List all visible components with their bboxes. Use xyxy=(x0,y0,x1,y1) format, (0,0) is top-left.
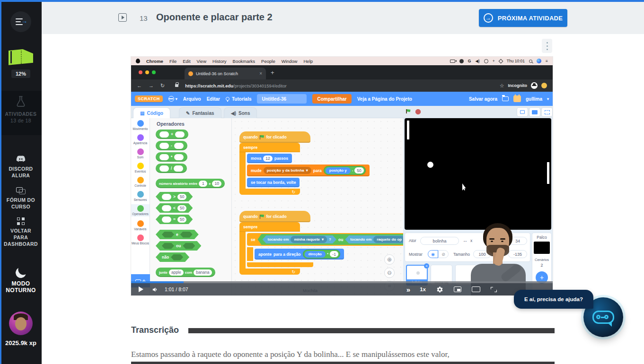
zoom-in-button[interactable]: ⊕ xyxy=(384,254,395,265)
equals-block[interactable]: =50 xyxy=(156,215,193,224)
scratch-menu-edit[interactable]: Editar xyxy=(207,96,220,102)
folder-icon[interactable] xyxy=(502,96,509,101)
zoom-traffic-light[interactable] xyxy=(152,70,156,74)
stage-canvas[interactable] xyxy=(405,118,551,230)
join-block[interactable]: junte apple com banana xyxy=(156,268,215,277)
share-button[interactable]: Compartilhar xyxy=(312,94,351,104)
save-now-link[interactable]: Salvar agora xyxy=(469,96,497,102)
or-condition[interactable]: tocando em minha raquete ▾ ? ou toca xyxy=(257,234,403,245)
sidebar-item-night-mode[interactable]: MODO NOTURNO xyxy=(0,268,42,294)
language-selector[interactable]: ▾ xyxy=(168,96,177,102)
fullscreen-button[interactable] xyxy=(491,287,497,292)
or-block[interactable]: ou xyxy=(156,241,201,251)
video-control-bar[interactable]: 1:01 / 8:07 » 1x xyxy=(131,281,553,295)
profile-dot[interactable] xyxy=(541,83,547,88)
point-in-direction-block[interactable]: aponte para a direção direção * -1 xyxy=(255,249,344,260)
sidebar-item-activities[interactable]: ATIVIDADES 13 de 18 xyxy=(0,91,42,135)
small-stage-button[interactable] xyxy=(517,107,528,117)
hide-sprite-toggle[interactable]: ⊘ xyxy=(438,250,449,258)
direction-reporter[interactable]: direção xyxy=(305,251,326,258)
operator-divide-block[interactable]: / xyxy=(156,164,187,173)
menubar-item[interactable]: File xyxy=(169,59,176,64)
back-icon[interactable]: ← xyxy=(137,83,142,88)
variable-dropdown[interactable]: posição y da bolinha ▾ xyxy=(264,167,311,174)
username[interactable]: gullima xyxy=(526,96,542,102)
new-tab-button[interactable]: + xyxy=(271,69,274,76)
tutorials-button[interactable]: Tutorials xyxy=(226,96,251,102)
menubar-item[interactable]: People xyxy=(261,59,275,64)
sidebar-item-discord[interactable]: DISCORD ALURA xyxy=(0,154,42,179)
address-bar[interactable]: https://scratch.mit.edu/projects/3034015… xyxy=(185,83,286,88)
sidebar-item-forum[interactable]: FÓRUM DO CURSO xyxy=(0,187,42,210)
play-button[interactable] xyxy=(139,286,143,292)
menubar-item[interactable]: View xyxy=(197,59,206,64)
skip-forward-button[interactable]: » xyxy=(406,286,409,294)
menubar-item[interactable]: Window xyxy=(282,59,298,64)
green-flag-button[interactable] xyxy=(406,109,411,113)
minimize-traffic-light[interactable] xyxy=(145,70,149,74)
close-traffic-light[interactable] xyxy=(139,70,142,74)
next-activity-button[interactable]: → PRÓXIMA ATIVIDADE xyxy=(479,9,567,27)
category-motion[interactable]: Movimento xyxy=(131,120,150,130)
menubar-item[interactable]: History xyxy=(212,59,227,64)
operator-subtract-block[interactable]: - xyxy=(156,141,187,150)
stop-button[interactable] xyxy=(415,109,421,114)
operator-multiply-block[interactable]: * xyxy=(156,152,187,162)
menubar-item[interactable]: Help xyxy=(303,59,313,64)
bookmark-star-icon[interactable]: ☆ xyxy=(500,83,504,89)
playback-speed-button[interactable]: 1x xyxy=(420,286,426,292)
set-variable-block[interactable]: mude posição y da bolinha ▾ para posição… xyxy=(247,165,370,176)
settings-gear-button[interactable] xyxy=(436,286,443,293)
category-sound[interactable]: Som xyxy=(131,148,150,159)
menubar-item[interactable]: Edit xyxy=(183,59,190,64)
category-events[interactable]: Eventos xyxy=(131,163,150,173)
normal-stage-button[interactable] xyxy=(529,107,540,117)
category-control[interactable]: Controle xyxy=(131,177,150,187)
show-sprite-toggle[interactable]: ◉ xyxy=(428,250,438,258)
category-operators[interactable]: Operadores xyxy=(131,204,150,217)
operator-add-block[interactable]: + xyxy=(156,130,188,139)
reload-icon[interactable]: ↻ xyxy=(160,83,165,89)
greater-than-block[interactable]: >50 xyxy=(156,192,193,201)
user-avatar[interactable] xyxy=(9,312,33,335)
script-stack-2[interactable]: quando for clicado sempre se tocando em xyxy=(239,211,403,275)
category-looks[interactable]: Aparência xyxy=(131,134,150,145)
sprite-name-input[interactable]: bolinha xyxy=(420,237,459,245)
course-logo-icon[interactable] xyxy=(9,49,33,66)
forever-block[interactable]: sempre xyxy=(239,143,300,152)
fullscreen-stage-button[interactable] xyxy=(541,107,553,117)
menu-toggle-button[interactable]: → xyxy=(10,11,31,32)
category-my-blocks[interactable]: Meus Blocos xyxy=(131,234,150,245)
category-variables[interactable]: Variáveis xyxy=(131,220,150,231)
sprite-dropdown[interactable]: minha raquete ▾ xyxy=(291,236,327,243)
scratch-menu-file[interactable]: Arquivo xyxy=(183,96,201,102)
touching-condition-2[interactable]: tocando em raquete do op xyxy=(345,235,403,243)
assistant-help-bubble[interactable]: E aí, precisa de ajuda? xyxy=(514,290,593,309)
theater-mode-button[interactable] xyxy=(472,286,480,292)
when-flag-clicked-block[interactable]: quando for clicado xyxy=(239,131,310,143)
delete-sprite-badge[interactable]: × xyxy=(424,263,429,269)
menubar-item[interactable]: Bookmarks xyxy=(233,59,256,64)
picture-in-picture-button[interactable] xyxy=(454,286,461,292)
category-sensing[interactable]: Sensores xyxy=(131,191,150,201)
zoom-out-button[interactable]: ⊖ xyxy=(384,268,395,278)
tab-code[interactable]: ▤ Código xyxy=(133,107,170,118)
touching-condition-1[interactable]: tocando em minha raquete ▾ ? xyxy=(262,235,336,243)
not-block[interactable]: não xyxy=(156,252,189,262)
scripts-workspace[interactable]: quando for clicado sempre mova 12 passos… xyxy=(232,118,403,295)
scratch-logo[interactable]: SCRATCH xyxy=(135,95,163,102)
when-flag-clicked-block[interactable]: quando for clicado xyxy=(239,211,310,222)
multiply-reporter[interactable]: direção * -1 xyxy=(303,250,341,259)
kebab-handle[interactable] xyxy=(542,39,552,53)
less-than-block[interactable]: <50 xyxy=(156,203,193,213)
sidebar-item-dashboard[interactable]: VOLTAR PARA DASHBOARD xyxy=(0,217,42,247)
tab-close-icon[interactable]: × xyxy=(259,71,262,76)
if-block[interactable]: se tocando em minha raquete ▾ ? xyxy=(247,233,403,246)
tab-costumes[interactable]: ✎ Fantasias xyxy=(179,107,221,118)
sprite-dropdown[interactable]: raquete do op xyxy=(373,236,403,243)
project-name-input[interactable]: Untitled-36 xyxy=(257,94,307,104)
forward-icon[interactable]: → xyxy=(149,83,154,88)
random-number-block[interactable]: número aleatório entre 1 e 10 xyxy=(156,179,225,188)
browser-tab[interactable]: Untitled-36 on Scratch × xyxy=(185,68,266,79)
script-stack-1[interactable]: quando for clicado sempre mova 12 passos… xyxy=(239,131,370,195)
